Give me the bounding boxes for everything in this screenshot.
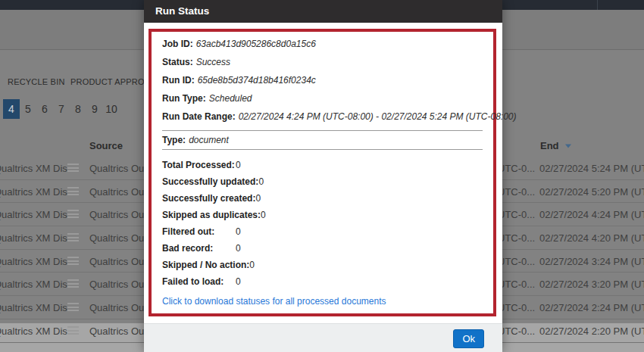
column-header-end-label: End <box>540 139 559 151</box>
row-name: Qualtrics XM Dis... <box>0 279 76 290</box>
row-menu-icon[interactable] <box>67 257 79 265</box>
row-start-fragment: UTC-0... <box>498 209 535 220</box>
stat-value: 0 <box>258 176 264 187</box>
row-name: Qualtrics XM Dis... <box>0 232 76 243</box>
row-name: Qualtrics XM Dis... <box>0 301 76 313</box>
stat-row: Filtered out:0 <box>162 227 483 236</box>
stat-value: 0 <box>236 243 241 254</box>
row-end-date: 02/27/2024 2:20 PM (UTC- <box>539 325 644 336</box>
field-run-type: Run Type:Scheduled <box>162 94 483 103</box>
field-label: Run Type: <box>162 93 206 104</box>
field-job-id: Job ID:63acb413d905286c8d0a15c6 <box>162 39 483 48</box>
field-label: Job ID: <box>162 39 193 49</box>
stat-value: 0 <box>236 276 241 287</box>
stat-row: Bad record:0 <box>162 244 483 253</box>
screen: RECYCLE BIN PRODUCT APPROVAL 4 5 6 7 8 9… <box>0 0 644 352</box>
stat-label: Successfully created: <box>162 194 255 203</box>
divider <box>162 130 483 131</box>
page-button[interactable]: 4 <box>3 99 20 119</box>
stat-row: Successfully updated:0 <box>162 177 483 186</box>
row-start-fragment: UTC-0... <box>498 301 535 313</box>
row-menu-icon[interactable] <box>67 210 79 218</box>
download-statuses-link[interactable]: Click to download statuses for all proce… <box>162 297 386 307</box>
run-status-details-panel: Job ID:63acb413d905286c8d0a15c6 Status:S… <box>148 29 496 316</box>
stat-label: Successfully updated: <box>162 177 258 186</box>
row-end-date: 02/27/2024 4:20 PM (UTC- <box>539 232 644 243</box>
row-end-date: 02/27/2024 5:24 PM (UTC- <box>539 162 644 173</box>
pagination: 4 5 6 7 8 9 10 <box>3 99 120 119</box>
field-value: Scheduled <box>209 93 252 104</box>
page-button[interactable]: 7 <box>53 99 70 119</box>
row-start-fragment: UTC-0... <box>498 232 535 243</box>
tab-recycle-bin[interactable]: RECYCLE BIN <box>8 77 65 86</box>
row-menu-icon[interactable] <box>67 164 79 172</box>
sort-desc-icon <box>565 144 571 148</box>
row-source: Qualtrics Outb <box>89 209 152 220</box>
divider <box>162 149 483 150</box>
modal-title: Run Status <box>155 5 209 17</box>
row-source: Qualtrics Outb <box>89 255 152 266</box>
row-end-date: 02/27/2024 5:20 PM (UTC- <box>539 185 644 197</box>
page-button[interactable]: 9 <box>86 99 103 119</box>
top-nav-divider <box>597 0 598 10</box>
page-button[interactable]: 8 <box>70 99 86 119</box>
field-type: Type:document <box>162 136 483 145</box>
row-menu-icon[interactable] <box>67 326 79 335</box>
row-start-fragment: UTC-0... <box>498 255 535 266</box>
stat-label: Bad record: <box>162 244 236 253</box>
modal-header: Run Status <box>144 0 502 23</box>
stat-label: Total Processed: <box>162 160 236 170</box>
modal-footer: Ok <box>144 323 502 352</box>
row-menu-icon[interactable] <box>67 279 79 288</box>
stat-row: Skipped as duplicates:0 <box>162 210 483 220</box>
run-statistics: Total Processed:0 Successfully updated:0… <box>162 154 483 286</box>
field-value: 63acb413d905286c8d0a15c6 <box>196 39 316 49</box>
stat-label: Filtered out: <box>162 227 236 236</box>
field-label: Status: <box>162 57 193 67</box>
row-menu-icon[interactable] <box>67 233 79 241</box>
row-name: Qualtrics XM Dis... <box>0 185 76 197</box>
row-name: Qualtrics XM Dis... <box>0 255 76 266</box>
row-name: Qualtrics XM Dis... <box>0 209 76 220</box>
row-start-fragment: UTC-0... <box>498 325 535 336</box>
ok-button[interactable]: Ok <box>453 329 484 348</box>
page-button[interactable]: 10 <box>103 99 120 119</box>
stat-value: 0 <box>261 210 266 220</box>
row-end-date: 02/27/2024 2:24 PM (UTC- <box>539 301 644 313</box>
stat-value: 0 <box>236 226 241 237</box>
stat-label: Failed to load: <box>162 277 236 286</box>
column-header-end[interactable]: End <box>540 139 571 151</box>
stat-label: Skipped as duplicates: <box>162 210 261 220</box>
run-status-modal: Run Status Job ID:63acb413d905286c8d0a15… <box>144 0 502 352</box>
row-source: Qualtrics Outb <box>89 325 152 336</box>
field-status: Status:Success <box>162 58 483 67</box>
row-source: Qualtrics Outb <box>89 232 152 243</box>
row-source: Qualtrics Outb <box>89 279 152 290</box>
stat-row: Skipped / No action:0 <box>162 260 483 269</box>
stat-row: Successfully created:0 <box>162 194 483 203</box>
stat-value: 0 <box>236 160 241 170</box>
row-start-fragment: UTC-0... <box>498 279 535 290</box>
field-value: 65de8b5d374d18b416f0234c <box>198 75 316 86</box>
row-start-fragment: UTC-0... <box>498 162 535 173</box>
field-value: 02/27/2024 4:24 PM (UTC-08:00) - 02/27/2… <box>239 111 517 122</box>
row-source: Qualtrics Outb <box>89 301 152 313</box>
column-header-source[interactable]: Source <box>89 139 123 151</box>
field-label: Type: <box>162 135 186 145</box>
stat-value: 0 <box>255 193 261 204</box>
row-name: Qualtrics XM Dis... <box>0 325 76 336</box>
field-run-id: Run ID:65de8b5d374d18b416f0234c <box>162 76 483 85</box>
page-button[interactable]: 5 <box>20 99 36 119</box>
row-source: Qualtrics Outb <box>89 162 152 173</box>
stat-row: Failed to load:0 <box>162 277 483 286</box>
page-button[interactable]: 6 <box>36 99 53 119</box>
row-name: Qualtrics XM Dis... <box>0 162 76 173</box>
field-label: Run Date Range: <box>162 111 236 122</box>
stat-label: Skipped / No action: <box>162 260 249 269</box>
field-value: Success <box>196 57 230 67</box>
row-menu-icon[interactable] <box>67 187 79 195</box>
stat-value: 0 <box>249 260 255 270</box>
field-run-date-range: Run Date Range:02/27/2024 4:24 PM (UTC-0… <box>162 112 483 121</box>
modal-body: Job ID:63acb413d905286c8d0a15c6 Status:S… <box>144 23 502 323</box>
row-menu-icon[interactable] <box>67 303 79 311</box>
